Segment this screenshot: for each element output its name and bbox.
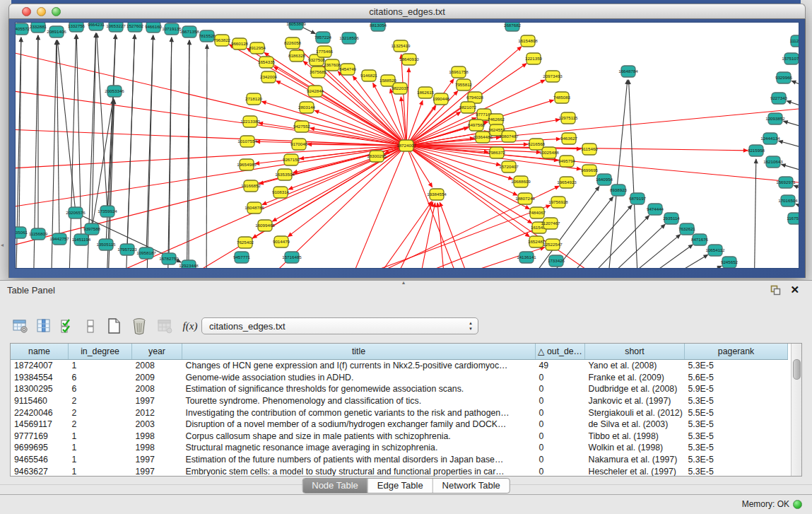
graph-node[interactable]: 18300295 (367, 151, 387, 162)
citation-network-graph[interactable]: 1872400724055722332881208914061332756966… (16, 23, 799, 269)
graph-node[interactable]: 1775466 (316, 46, 334, 57)
citation-edge-black[interactable] (640, 266, 722, 269)
citation-edge-red[interactable] (284, 205, 551, 269)
graph-node[interactable]: 8454749 (339, 64, 357, 75)
graph-node[interactable]: 9014479 (273, 236, 290, 247)
graph-node[interactable]: 9108314 (272, 187, 290, 198)
graph-node[interactable]: 10958187 (136, 247, 156, 259)
citation-edge-black[interactable] (57, 40, 76, 213)
graph-node[interactable]: 1167531 (787, 213, 799, 224)
graph-node[interactable]: 9115460 (581, 144, 598, 155)
graph-node[interactable]: 9146821 (360, 70, 378, 81)
graph-node[interactable]: 8813054 (370, 23, 387, 31)
graph-node[interactable]: 15720407 (499, 161, 519, 173)
graph-node[interactable]: 1332756 (68, 23, 86, 32)
column-header-out_de[interactable]: △ out_de… (536, 344, 585, 360)
graph-node[interactable]: 2332881 (30, 23, 47, 33)
graph-node[interactable]: 8938923 (610, 185, 628, 196)
graph-node[interactable]: 16048786 (245, 202, 264, 214)
graph-node[interactable]: 17016504 (778, 195, 798, 206)
tab-node-table[interactable]: Node Table (302, 479, 367, 493)
graph-node[interactable]: 2342004 (260, 71, 278, 83)
citation-edge-black[interactable] (206, 45, 207, 269)
citation-edge-black[interactable] (792, 81, 799, 93)
graph-node[interactable]: 17359924 (98, 206, 117, 217)
graph-node[interactable]: 13218506 (339, 33, 359, 44)
graph-node[interactable]: 19654985 (237, 159, 257, 170)
table-scrollbar[interactable] (791, 344, 801, 476)
graph-node[interactable]: 18724007 (396, 140, 416, 151)
citation-edge-red[interactable] (16, 146, 406, 170)
float-panel-icon[interactable] (770, 285, 781, 296)
table-settings-icon[interactable] (11, 317, 30, 335)
graph-node[interactable]: 12522547 (543, 239, 563, 250)
citation-edge-black[interactable] (784, 121, 799, 132)
table-row[interactable]: 977716911998Corpus callosum shape and si… (11, 431, 792, 443)
graph-node[interactable]: 16648784 (618, 66, 638, 77)
table-select-dropdown[interactable]: citations_edges.txt ▲▼ (201, 317, 478, 334)
citation-edge-black[interactable] (787, 101, 799, 112)
graph-node[interactable]: 7485083 (553, 92, 571, 103)
graph-node[interactable]: 9463627 (560, 133, 578, 144)
citation-edge-black[interactable] (97, 33, 107, 211)
graph-node[interactable]: 9457771 (233, 252, 251, 263)
graph-node[interactable]: 2718120 (245, 93, 263, 105)
graph-node[interactable]: 9397588 (83, 223, 101, 235)
graph-node[interactable]: 1640954 (596, 174, 613, 185)
graph-node[interactable]: 9495794 (558, 156, 576, 167)
network-canvas[interactable]: 1872400724055722332881208914061332756966… (15, 22, 799, 269)
column-header-short[interactable]: short (585, 344, 685, 360)
function-builder-icon[interactable]: f(x) (181, 317, 199, 335)
column-header-name[interactable]: name (11, 344, 69, 360)
citation-edge-black[interactable] (57, 40, 59, 239)
graph-node[interactable]: 9245652 (721, 257, 739, 268)
graph-node[interactable]: 7963822 (213, 35, 231, 46)
citation-edge-black[interactable] (579, 224, 665, 269)
graph-node[interactable]: 16782759 (159, 253, 179, 264)
graph-node[interactable]: 10654112 (705, 245, 725, 256)
citation-edge-red[interactable] (437, 203, 447, 269)
citation-edge-red[interactable] (143, 146, 406, 269)
graph-node[interactable]: 6879197 (629, 193, 647, 204)
graph-node[interactable]: 10807487 (499, 131, 519, 142)
citation-edge-red[interactable] (288, 146, 406, 237)
graph-node[interactable]: 9427552 (293, 121, 311, 132)
graph-node[interactable]: 8186328 (288, 50, 306, 62)
graph-node[interactable]: 15716485 (282, 252, 302, 263)
graph-node[interactable]: 12444134 (760, 133, 780, 144)
show-columns-icon[interactable] (35, 317, 53, 335)
graph-node[interactable]: 2405572 (16, 23, 30, 35)
graph-node[interactable]: 11156809 (29, 228, 48, 240)
graph-node[interactable]: 9466160 (145, 23, 163, 33)
graph-node[interactable]: 16053809 (286, 23, 306, 30)
graph-node[interactable]: 2687682 (504, 23, 522, 31)
table-row[interactable]: 946554611997Estimation of the future num… (11, 454, 792, 466)
graph-node[interactable]: 19384554 (427, 189, 447, 200)
graph-node[interactable]: 8226058 (284, 37, 302, 49)
graph-node[interactable]: 16210643 (763, 156, 783, 168)
graph-node[interactable]: 10653227 (106, 23, 126, 32)
graph-node[interactable]: 18807249 (515, 193, 535, 204)
graph-node[interactable]: 11451194 (72, 234, 91, 245)
graph-node[interactable]: 3675685 (310, 66, 327, 78)
citation-edge-red[interactable] (261, 102, 406, 146)
graph-node[interactable]: 16099465 (255, 220, 275, 231)
graph-node[interactable]: 9170046 (290, 139, 308, 150)
graph-node[interactable]: 20206576 (66, 207, 86, 218)
graph-node[interactable]: 7625402 (237, 237, 254, 248)
graph-node[interactable]: 8215958 (748, 145, 765, 156)
tab-network-table[interactable]: Network Table (433, 479, 510, 493)
citation-edge-black[interactable] (595, 235, 681, 269)
graph-node[interactable]: 19166852 (241, 180, 261, 192)
citation-edge-red[interactable] (406, 146, 529, 237)
collapsed-panel-grip[interactable]: ◂ (1, 242, 4, 248)
graph-node[interactable]: 16154808 (518, 35, 538, 47)
graph-node[interactable]: 18640910 (399, 54, 419, 65)
graph-node[interactable]: 15692971 (776, 177, 796, 188)
graph-node[interactable]: 2935114 (663, 213, 680, 224)
citation-edge-red[interactable] (406, 146, 532, 223)
graph-node[interactable]: 7986372 (488, 147, 506, 158)
citation-edge-red[interactable] (406, 146, 468, 269)
table-row[interactable]: 2242004622012Investigating the contribut… (11, 407, 792, 419)
memory-status-indicator[interactable] (793, 500, 802, 509)
